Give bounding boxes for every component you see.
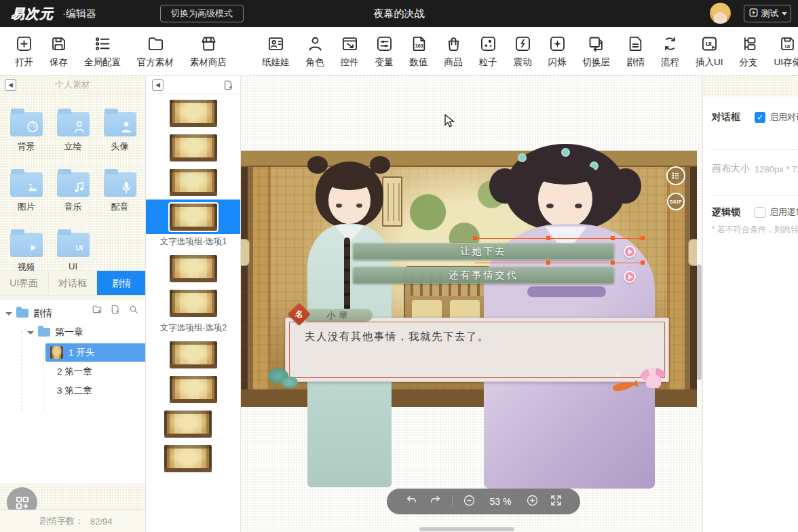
fullscreen-icon[interactable] bbox=[549, 493, 563, 510]
toolbar-item-label: 流程 bbox=[661, 56, 679, 69]
search-icon[interactable] bbox=[128, 304, 139, 318]
global-config-icon bbox=[94, 35, 112, 53]
toolbar-item-branch[interactable]: 分支 bbox=[740, 27, 758, 69]
user-avatar[interactable] bbox=[710, 3, 731, 24]
logic-lock-checkbox[interactable] bbox=[755, 207, 765, 218]
add-file-icon[interactable] bbox=[110, 304, 121, 318]
toolbar-item-label: 纸娃娃 bbox=[262, 56, 290, 69]
toolbar-item-insert-ui[interactable]: UI 插入UI bbox=[696, 27, 723, 69]
scene-thumbnail-image bbox=[170, 255, 217, 282]
toolbar-item-story[interactable]: 剧情 bbox=[626, 27, 645, 69]
character-icon bbox=[306, 35, 324, 53]
scene-thumbnail-panel: ◀ 文字选项组-选项1文字选项组-选项2 bbox=[146, 76, 241, 532]
tree-expand-icon[interactable] bbox=[27, 331, 34, 335]
asset-folder-figure[interactable]: 立绘 bbox=[50, 107, 96, 153]
palette-icon bbox=[24, 118, 41, 136]
canvas-horizontal-scrollbar[interactable] bbox=[419, 527, 514, 531]
toolbar-item-label: 控件 bbox=[341, 56, 359, 69]
canvas-vertical-scrollbar[interactable] bbox=[697, 265, 702, 380]
tree-expand-icon[interactable] bbox=[5, 312, 12, 316]
selection-handle[interactable] bbox=[641, 261, 645, 265]
toolbar-item-flash[interactable]: 闪烁 bbox=[548, 27, 567, 69]
folder-icon bbox=[10, 112, 43, 136]
toolbar-item-switch-layer[interactable]: 切换层 bbox=[583, 27, 611, 69]
scene-thumbnail[interactable] bbox=[146, 337, 241, 372]
asset-folder-music[interactable]: 音乐 bbox=[50, 168, 96, 213]
scene-thumbnail[interactable] bbox=[146, 441, 241, 476]
toolbar-item-shake[interactable]: 震动 bbox=[514, 27, 532, 69]
selection-handle[interactable] bbox=[611, 236, 615, 240]
toolbar-item-ui-store[interactable]: UI UI存储 bbox=[774, 27, 798, 69]
selection-handle[interactable] bbox=[641, 236, 645, 240]
tab-剧情[interactable]: 剧情 bbox=[97, 271, 146, 296]
choice-button-1[interactable]: 让她下去 bbox=[353, 243, 614, 260]
toolbar-item-particle[interactable]: 粒子 bbox=[479, 27, 497, 69]
toolbar-item-official-assets[interactable]: 官方素材 bbox=[137, 27, 174, 69]
character-sprite-lady[interactable] bbox=[480, 144, 660, 489]
toolbar-item-widget[interactable]: 控件 bbox=[341, 27, 359, 69]
folder-icon bbox=[57, 112, 90, 136]
scene-thumbnail[interactable] bbox=[146, 130, 241, 165]
asset-folder-image[interactable]: 图片 bbox=[3, 168, 50, 213]
tree-node-selected[interactable]: 1 开头 bbox=[45, 343, 146, 362]
scene-skip-button[interactable]: SKIP bbox=[667, 193, 685, 210]
toolbar-item-character[interactable]: 角色 bbox=[306, 27, 324, 69]
toolbar-item-flow[interactable]: 流程 bbox=[661, 27, 679, 69]
zoom-in-icon[interactable] bbox=[525, 493, 539, 510]
scene-thumbnail[interactable] bbox=[146, 372, 241, 406]
image-icon bbox=[24, 178, 41, 196]
collapse-panel-button[interactable]: ◀ bbox=[5, 79, 16, 91]
tab-UI界面[interactable]: UI界面 bbox=[0, 271, 49, 296]
add-scene-icon[interactable] bbox=[223, 79, 234, 91]
scene-thumbnail[interactable] bbox=[146, 165, 241, 200]
tree-node-chapter[interactable]: 第一章 bbox=[27, 323, 83, 341]
choice-drag-button[interactable] bbox=[624, 271, 636, 283]
tree-node[interactable]: 2 第一章 bbox=[57, 362, 92, 381]
selection-handle[interactable] bbox=[546, 261, 550, 265]
toolbar-item-open[interactable]: 打开 bbox=[15, 27, 33, 69]
test-button[interactable]: 测试 bbox=[744, 5, 791, 22]
editor-canvas[interactable]: 让她下去 还有事情交代 SKIP 夫人没有其他事情，我就先下去了。 名 小翠 ❀… bbox=[241, 76, 702, 532]
selection-handle[interactable] bbox=[546, 236, 550, 240]
save-icon bbox=[50, 35, 68, 53]
scene-right-tab[interactable] bbox=[688, 239, 697, 266]
advanced-mode-button[interactable]: 切换为高级模式 bbox=[160, 5, 244, 22]
tree-node[interactable]: 3 第二章 bbox=[57, 381, 92, 400]
scene-thumbnail[interactable] bbox=[146, 286, 241, 320]
choice-drag-button[interactable] bbox=[624, 246, 636, 258]
tab-对话框[interactable]: 对话框 bbox=[49, 271, 98, 296]
zoom-out-icon[interactable] bbox=[462, 493, 476, 510]
toolbar-item-goods[interactable]: 商品 bbox=[444, 27, 463, 69]
asset-folder-palette[interactable]: 背景 bbox=[3, 107, 50, 153]
scene-thumbnail-selected[interactable] bbox=[146, 200, 241, 234]
choice-button-2[interactable]: 还有事情交代 bbox=[353, 267, 614, 284]
scene-thumbnail[interactable] bbox=[146, 406, 241, 441]
undo-icon[interactable] bbox=[404, 493, 419, 510]
add-folder-icon[interactable] bbox=[92, 304, 102, 318]
selection-handle[interactable] bbox=[473, 236, 477, 240]
dialogue-box[interactable]: 夫人没有其他事情，我就先下去了。 bbox=[285, 318, 669, 382]
asset-folder-video[interactable]: 视频 bbox=[3, 228, 50, 273]
asset-folder-mic[interactable]: 配音 bbox=[96, 168, 143, 213]
toolbar-item-save[interactable]: 保存 bbox=[50, 27, 68, 69]
scene-left-tab[interactable] bbox=[241, 239, 250, 266]
scene-thumbnail[interactable] bbox=[146, 251, 241, 286]
tree-node-root[interactable]: 剧情 bbox=[5, 304, 52, 322]
toolbar-item-variable[interactable]: 变量 bbox=[375, 27, 394, 69]
selection-handle[interactable] bbox=[611, 261, 615, 265]
toolbar-item-paper-doll[interactable]: 纸娃娃 bbox=[262, 27, 290, 69]
asset-folder-bust[interactable]: 头像 bbox=[96, 107, 143, 153]
logic-lock-enable-label: 启用逻辑锁 bbox=[770, 206, 798, 218]
collapse-panel-button[interactable]: ◀ bbox=[152, 79, 164, 91]
dialog-enable-checkbox[interactable]: ✓ bbox=[755, 112, 765, 123]
toolbar-item-label: 商品 bbox=[444, 56, 463, 69]
scene-thumbnail[interactable] bbox=[146, 96, 241, 130]
toolbar-item-global-config[interactable]: 全局配置 bbox=[84, 27, 121, 69]
folder-icon bbox=[57, 172, 90, 197]
scene-menu-button[interactable] bbox=[666, 166, 685, 185]
toolbar-item-number[interactable]: 163 数值 bbox=[410, 27, 428, 69]
widget-icon bbox=[341, 35, 359, 53]
toolbar-item-asset-store[interactable]: 素材商店 bbox=[190, 27, 227, 69]
redo-icon[interactable] bbox=[428, 493, 442, 510]
asset-folder-ui[interactable]: UI UI bbox=[50, 228, 96, 273]
